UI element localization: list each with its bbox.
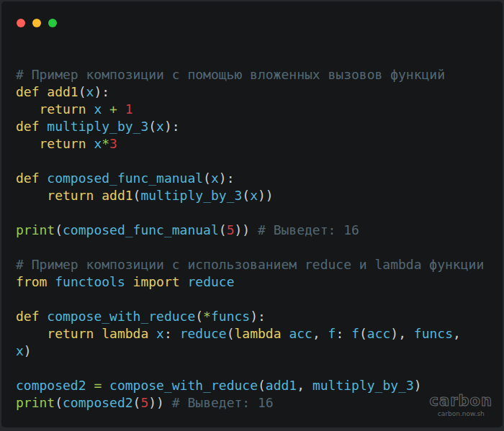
code-token: ( [55,395,63,410]
window-controls [17,19,57,27]
code-token: * [102,136,109,151]
code-token: # Выведет: 16 [258,222,359,237]
code-token: reduce [187,274,234,289]
code-token: f [351,326,359,341]
code-line: composed2 = compose_with_reduce(add1, mu… [16,377,500,394]
code-token: ): [164,119,180,134]
code-token: multiply_by_3 [140,188,242,203]
code-line [16,153,500,170]
code-token: funcs [414,326,453,341]
code-token: return [40,136,86,151]
code-token: ): [94,84,109,99]
code-token: x [156,326,164,341]
code-token: x [94,136,102,151]
code-token: ( [55,222,63,237]
code-line: # Пример композиции с использованием red… [16,256,500,273]
code-line: return x*3 [16,135,500,153]
code-token [40,171,48,186]
code-line: print(composed2(5)) # Выведет: 16 [16,394,500,412]
code-token: add1 [266,378,297,393]
code-token: acc [367,326,391,341]
code-token [40,84,48,99]
code-token [86,378,94,393]
zoom-button-icon[interactable] [48,19,57,27]
code-token: return [47,326,94,341]
code-token: , [453,326,461,341]
code-token: )) [234,222,258,237]
code-token: = [94,378,102,393]
code-line: return lambda x: reduce(lambda acc, f: f… [16,325,500,342]
code-token: ( [133,188,141,203]
code-token: f [328,326,336,341]
code-token: : [164,326,180,341]
code-token: composed_func_manual [47,171,203,186]
code-token [40,309,48,324]
code-line: def composed_func_manual(x): [16,170,500,187]
carbon-watermark: carbon carbon.now.sh [430,392,492,417]
code-token [117,101,125,117]
code-token: x [156,119,164,134]
code-token: ( [219,222,227,237]
code-editor: # Пример композиции с помощью вложенных … [16,66,500,412]
code-token: ) [414,378,422,393]
code-token: 5 [140,395,148,410]
code-token [86,136,94,151]
code-token: def [16,119,40,134]
code-token: ( [242,188,250,203]
code-line: def compose_with_reduce(*funcs): [16,308,500,325]
code-token [94,326,102,341]
code-window: # Пример композиции с помощью вложенных … [1,1,503,427]
code-token [102,378,109,393]
code-token: funcs [211,309,250,324]
code-line: print(composed_func_manual(5)) # Выведет… [16,222,500,239]
code-token: x [250,188,258,203]
code-token: : [336,326,351,341]
code-token [16,136,40,151]
code-token: functools [55,274,125,289]
code-token: # Выведет: 16 [172,395,274,410]
code-token: , [297,378,312,393]
code-token: ) [24,343,32,358]
code-token: 5 [227,222,235,237]
code-token: compose_with_reduce [109,378,258,393]
code-token: ( [203,171,211,186]
code-token: return [47,188,94,203]
code-token: composed2 [63,395,133,410]
code-token: composed_func_manual [63,222,219,237]
code-token [148,326,156,341]
code-token [16,101,40,117]
code-token: from [16,274,47,289]
code-token: lambda [102,326,148,341]
code-line: return add1(multiply_by_3(x)) [16,187,500,204]
code-token: # Пример композиции с использованием red… [16,257,484,272]
code-token: ( [195,309,203,324]
code-line [16,239,500,256]
code-line [16,291,500,308]
code-token: x [16,343,24,358]
code-line [16,204,500,222]
code-token: def [16,84,40,99]
code-token: print [16,395,55,410]
code-token: ): [219,171,235,186]
code-token: multiply_by_3 [312,378,414,393]
code-token: print [16,222,55,237]
code-token: ( [258,378,266,393]
code-token: ( [227,326,235,341]
code-token: ): [250,309,266,324]
code-line: # Пример композиции с помощью вложенных … [16,66,500,83]
code-token: return [40,101,86,117]
minimize-button-icon[interactable] [32,19,41,27]
code-token [180,274,188,289]
code-token: add1 [47,84,78,99]
code-line: def multiply_by_3(x): [16,118,500,135]
code-token: x [211,171,219,186]
code-token: ), [390,326,414,341]
code-token [16,188,47,203]
code-token: acc [289,326,312,341]
carbon-site-label: carbon.now.sh [430,410,492,417]
close-button-icon[interactable] [17,19,25,27]
code-token: def [16,309,40,324]
code-token [40,119,48,134]
code-token: add1 [102,188,132,203]
code-token [16,326,47,341]
